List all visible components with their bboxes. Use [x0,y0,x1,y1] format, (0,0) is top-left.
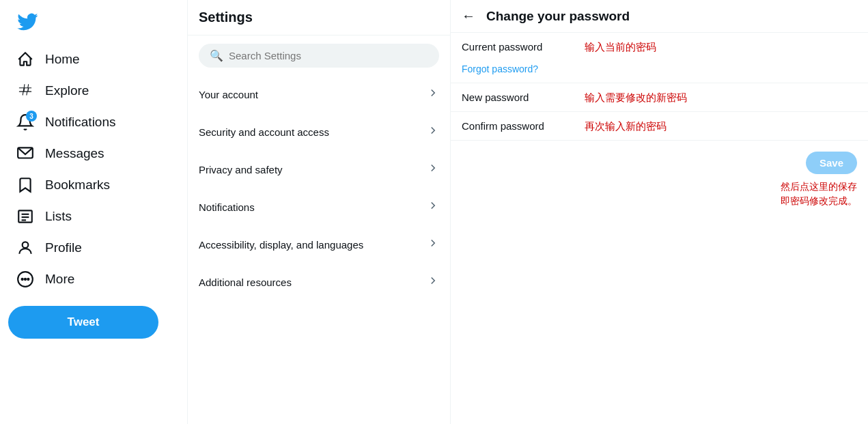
confirm-password-section: Confirm password [451,112,868,141]
chevron-right-icon [427,237,439,253]
save-button[interactable]: Save [806,152,857,174]
settings-item-label-accessibility-display-languages: Accessibility, display, and languages [199,239,363,251]
sidebar-item-profile[interactable]: Profile [8,232,179,264]
chevron-right-icon [427,274,439,290]
sidebar-item-lists[interactable]: Lists [8,201,179,232]
bookmarks-label: Bookmarks [45,178,110,193]
new-password-section: New password [451,83,868,112]
search-settings-input[interactable] [229,50,428,61]
save-section: Save 然后点这里的保存 即密码修改完成。 [451,141,868,219]
profile-label: Profile [45,240,82,255]
explore-label: Explore [45,83,89,98]
svg-point-7 [22,279,23,280]
forgot-password-link[interactable]: Forgot password? [451,61,868,83]
settings-item-security-account-access[interactable]: Security and account access [188,113,450,151]
profile-icon [16,239,34,257]
current-password-input[interactable] [585,41,857,53]
change-password-title: Change your password [486,9,630,24]
settings-item-accessibility-display-languages[interactable]: Accessibility, display, and languages [188,226,450,264]
sidebar-item-bookmarks[interactable]: Bookmarks [8,169,179,201]
confirm-password-field-container: Confirm password [451,112,868,140]
notifications-label: Notifications [45,115,116,130]
change-password-panel: ← Change your password Current password … [451,0,868,424]
chevron-right-icon [427,162,439,178]
svg-point-5 [23,242,29,248]
svg-point-8 [25,279,26,280]
change-password-header: ← Change your password [451,0,868,33]
settings-item-privacy-safety[interactable]: Privacy and safety [188,151,450,188]
current-password-label: Current password [462,41,585,53]
more-icon [16,270,34,288]
settings-item-label-additional-resources: Additional resources [199,277,292,288]
bookmarks-icon [16,176,34,194]
chevron-right-icon [427,124,439,140]
messages-icon [16,145,34,162]
twitter-logo [8,5,179,41]
more-label: More [45,272,74,287]
confirm-password-input[interactable] [585,120,857,132]
settings-item-notifications[interactable]: Notifications [188,188,450,226]
sidebar-item-messages[interactable]: Messages [8,138,179,169]
twitter-logo-icon [16,11,38,33]
settings-panel: Settings 🔍 Your accountSecurity and acco… [188,0,451,424]
home-label: Home [45,52,80,67]
sidebar-item-explore[interactable]: Explore [8,75,179,107]
settings-item-label-your-account: Your account [199,89,258,100]
tweet-button[interactable]: Tweet [8,306,158,339]
notifications-icon: 3 [16,113,34,131]
sidebar-item-home[interactable]: Home [8,44,179,75]
search-icon: 🔍 [210,49,223,62]
settings-header: Settings [188,0,450,36]
settings-item-label-privacy-safety: Privacy and safety [199,164,283,175]
settings-item-label-security-account-access: Security and account access [199,126,329,138]
search-settings-bar[interactable]: 🔍 [199,44,439,68]
explore-icon [16,82,34,100]
lists-label: Lists [45,209,72,224]
settings-item-additional-resources[interactable]: Additional resources [188,264,450,301]
lists-icon [16,208,34,225]
back-button[interactable]: ← [462,8,475,24]
current-password-section: Current password Forgot password? [451,33,868,83]
current-password-field-container: Current password [451,33,868,61]
settings-item-label-notifications: Notifications [199,201,255,213]
chevron-right-icon [427,199,439,215]
new-password-field-container: New password [451,83,868,111]
sidebar-item-more[interactable]: More [8,264,179,295]
notification-badge: 3 [26,111,37,122]
new-password-input[interactable] [585,91,857,103]
sidebar-item-notifications[interactable]: 3Notifications [8,107,179,138]
sidebar: HomeExplore3NotificationsMessagesBookmar… [0,0,188,424]
messages-label: Messages [45,146,104,161]
confirm-password-label: Confirm password [462,120,585,132]
svg-point-9 [27,279,29,280]
home-icon [16,51,34,68]
settings-menu: Your accountSecurity and account accessP… [188,76,450,301]
new-password-label: New password [462,91,585,103]
chevron-right-icon [427,87,439,102]
save-annotation: 然后点这里的保存 即密码修改完成。 [781,180,857,208]
settings-item-your-account[interactable]: Your account [188,76,450,113]
